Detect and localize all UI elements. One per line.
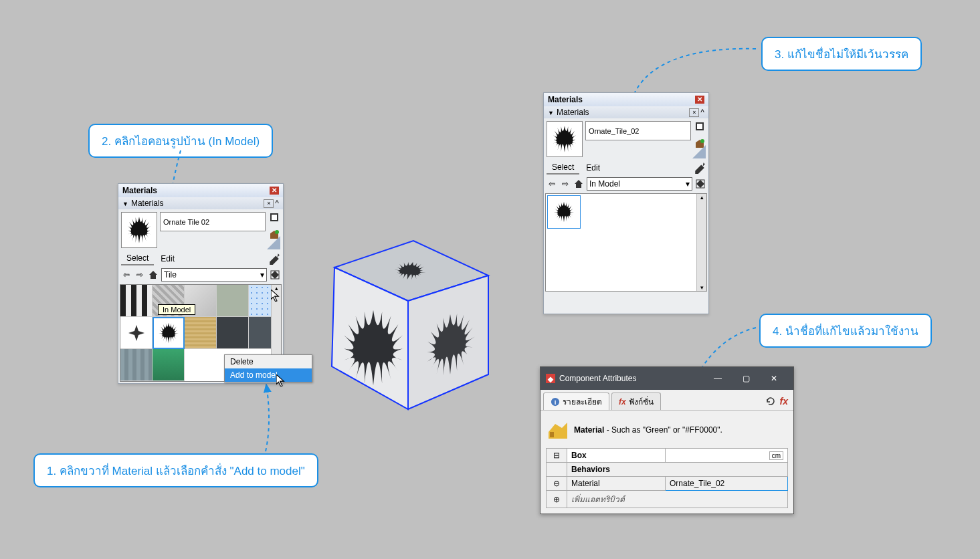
current-material-swatch[interactable] bbox=[121, 212, 157, 248]
context-add-to-model[interactable]: Add to model bbox=[225, 368, 312, 382]
home-icon[interactable] bbox=[573, 179, 584, 189]
add-attr-icon[interactable]: ⊕ bbox=[547, 491, 567, 508]
tab-functions-label: ฟังก์ชั่น bbox=[629, 395, 654, 408]
panel-titlebar[interactable]: Materials ✕ bbox=[118, 184, 283, 197]
info-icon: i bbox=[551, 397, 560, 407]
svg-rect-1 bbox=[272, 215, 277, 220]
tile-swatch[interactable] bbox=[185, 317, 217, 349]
sample-paint-icon[interactable] bbox=[269, 212, 280, 223]
ca-titlebar[interactable]: Component Attributes — ▢ ✕ bbox=[541, 367, 793, 390]
eyedropper-icon[interactable] bbox=[268, 253, 280, 265]
in-model-tooltip: In Model bbox=[158, 304, 195, 315]
folder-label: In Model bbox=[589, 179, 620, 189]
callout-3-text: 3. แก้ไขชื่อไม่ให้มีเว้นวรรค bbox=[775, 48, 908, 61]
add-attribute-row[interactable]: เพิ่มแอตทริบิวต์ bbox=[567, 491, 788, 508]
maximize-icon[interactable]: ▢ bbox=[732, 370, 760, 386]
nav-back-icon[interactable]: ⇦ bbox=[547, 179, 557, 189]
sample-paint-icon[interactable] bbox=[694, 121, 705, 132]
current-material-swatch[interactable] bbox=[547, 121, 583, 157]
materials-panel-right: Materials ✕ ▼Materials × ^ Select Edit ⇦… bbox=[543, 92, 709, 314]
home-icon[interactable] bbox=[148, 269, 159, 280]
panel-subtitle: Materials bbox=[557, 108, 589, 117]
tile-swatch-selected[interactable] bbox=[547, 195, 581, 229]
default-material-corner-icon bbox=[692, 145, 706, 158]
scrollbar[interactable]: ▴ ▾ bbox=[696, 194, 706, 291]
context-menu: Delete Add to model bbox=[224, 354, 312, 382]
svg-rect-5 bbox=[697, 124, 702, 129]
collapse-icon[interactable]: ⊟ bbox=[547, 449, 567, 463]
callout-3: 3. แก้ไขชื่อไม่ให้มีเว้นวรรค bbox=[761, 37, 922, 71]
close-icon[interactable]: ✕ bbox=[695, 96, 704, 104]
panel-title: Materials bbox=[122, 186, 157, 195]
tab-select[interactable]: Select bbox=[121, 252, 154, 265]
panel-subheader[interactable]: ▼Materials × ^ bbox=[118, 197, 283, 209]
scroll-up-icon[interactable]: ▴ bbox=[700, 194, 704, 201]
remove-attr-icon[interactable]: ⊖ bbox=[547, 477, 567, 491]
folder-select[interactable]: In Model ▾ bbox=[587, 177, 692, 191]
nav-back-icon[interactable]: ⇦ bbox=[121, 269, 132, 280]
component-attributes-window: Component Attributes — ▢ ✕ i รายละเอียด … bbox=[540, 366, 794, 514]
box-header: Box bbox=[567, 449, 666, 463]
close-small-icon[interactable]: × bbox=[264, 199, 274, 208]
tile-swatch[interactable] bbox=[120, 317, 153, 349]
minimize-icon[interactable]: — bbox=[704, 370, 732, 386]
caret-up-icon[interactable]: ^ bbox=[700, 108, 704, 117]
svg-rect-11 bbox=[550, 432, 554, 437]
tile-swatch[interactable] bbox=[120, 285, 153, 317]
eyedropper-icon[interactable] bbox=[694, 162, 706, 174]
callout-1-text: 1. คลิกขวาที่ Material แล้วเลือกคำสั่ง "… bbox=[47, 465, 305, 477]
attributes-table: ⊟ Box cm Behaviors ⊖ Material Ornate_Til… bbox=[546, 448, 788, 508]
tab-details[interactable]: i รายละเอียด bbox=[543, 393, 609, 410]
collapse-icon[interactable]: ▼ bbox=[548, 110, 554, 116]
refresh-icon[interactable] bbox=[765, 396, 776, 407]
materials-panel-left: Materials ✕ ▼Materials × ^ Select Edit bbox=[118, 183, 284, 384]
tile-swatch[interactable] bbox=[120, 349, 153, 381]
ca-title: Component Attributes bbox=[559, 374, 636, 383]
unit-badge[interactable]: cm bbox=[769, 451, 783, 460]
svg-point-2 bbox=[275, 230, 279, 234]
material-label: Material bbox=[574, 425, 604, 435]
panel-subheader[interactable]: ▼Materials × ^ bbox=[544, 106, 708, 118]
callout-4-text: 4. นำชื่อที่แก้ไขแล้วมาใช้งาน bbox=[773, 325, 918, 338]
dropdown-icon: ▾ bbox=[686, 179, 690, 189]
panel-titlebar[interactable]: Materials ✕ bbox=[544, 93, 708, 106]
svg-point-6 bbox=[700, 139, 704, 143]
details-icon[interactable] bbox=[270, 269, 280, 280]
svg-text:i: i bbox=[555, 398, 557, 405]
material-desc: Material - Such as "Green" or "#FF0000". bbox=[574, 425, 722, 435]
material-name-input[interactable] bbox=[585, 121, 691, 140]
cube-preview bbox=[313, 221, 500, 415]
tab-edit[interactable]: Edit bbox=[581, 162, 605, 174]
material-desc-text: Such as "Green" or "#FF0000". bbox=[611, 425, 722, 435]
cursor-icon bbox=[271, 290, 283, 302]
material-category-icon bbox=[546, 419, 569, 441]
fx-icon: fx bbox=[619, 397, 626, 407]
close-icon[interactable]: ✕ bbox=[760, 370, 788, 386]
tile-swatch[interactable] bbox=[153, 349, 185, 381]
tab-select[interactable]: Select bbox=[547, 161, 579, 175]
attr-value[interactable]: Ornate_Tile_02 bbox=[670, 479, 724, 488]
nav-forward-icon[interactable]: ⇨ bbox=[560, 179, 571, 189]
folder-select[interactable]: Tile ▾ bbox=[161, 268, 267, 282]
close-small-icon[interactable]: × bbox=[689, 108, 699, 117]
tab-functions[interactable]: fx ฟังก์ชั่น bbox=[611, 393, 661, 410]
callout-4: 4. นำชื่อที่แก้ไขแล้วมาใช้งาน bbox=[759, 314, 932, 348]
cursor-icon bbox=[276, 374, 288, 386]
tile-swatch[interactable] bbox=[217, 317, 249, 349]
nav-forward-icon[interactable]: ⇨ bbox=[134, 269, 145, 280]
tile-swatch[interactable] bbox=[217, 285, 249, 317]
close-icon[interactable]: ✕ bbox=[270, 187, 279, 195]
scroll-down-icon[interactable]: ▾ bbox=[700, 284, 704, 291]
material-name-input[interactable] bbox=[160, 212, 266, 231]
details-icon[interactable] bbox=[695, 179, 706, 189]
tile-swatch-selected[interactable] bbox=[153, 317, 185, 349]
ornate-tile-icon bbox=[124, 215, 154, 245]
callout-2: 2. คลิกไอคอนรูปบ้าน (In Model) bbox=[88, 124, 273, 158]
context-delete[interactable]: Delete bbox=[225, 355, 312, 368]
behaviors-header: Behaviors bbox=[567, 463, 788, 477]
dropdown-icon: ▾ bbox=[260, 270, 264, 280]
fx-toggle-icon[interactable]: fx bbox=[780, 396, 788, 407]
tab-edit[interactable]: Edit bbox=[155, 253, 180, 265]
caret-up-icon[interactable]: ^ bbox=[275, 199, 279, 208]
collapse-icon[interactable]: ▼ bbox=[122, 201, 128, 207]
